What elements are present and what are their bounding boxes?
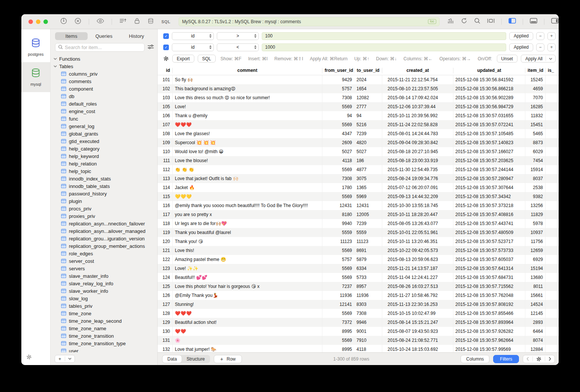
cell-is_[interactable] — [546, 336, 559, 345]
table-row[interactable]: 129Beautiful action shot!737299462015-08… — [158, 318, 559, 327]
table-row[interactable]: 101So fly 🙌🏼942920242015-11-21 22:12:54.… — [158, 75, 559, 84]
sidebar-table-item[interactable]: innodb_index_stats — [54, 175, 157, 182]
cell-id[interactable]: 109 — [158, 138, 173, 147]
cell-item_id[interactable]: 14524 — [525, 300, 546, 309]
page-settings-gear-icon[interactable] — [533, 355, 545, 363]
remove-filter-button[interactable]: − — [536, 32, 544, 40]
table-row[interactable]: 113Love that jacket! Outfit is fab 🙌🏻730… — [158, 174, 559, 183]
chevron-right-icon[interactable] — [545, 355, 555, 363]
cell-from_user_id[interactable]: 5569 — [322, 264, 354, 273]
cell-is_[interactable] — [546, 282, 559, 291]
table-row[interactable]: 120Thank you! 😘11123111232015-10-11 13:2… — [158, 237, 559, 246]
cell-from_user_id[interactable]: 5569 — [322, 336, 354, 345]
cell-created_at[interactable]: 2015-08-13 20:59:06.623 — [382, 255, 453, 264]
cell-comment[interactable]: @Emily Thank you💃 — [173, 291, 322, 300]
cell-to_user_id[interactable]: 2777 — [354, 102, 382, 111]
minimize-window-button[interactable] — [36, 19, 40, 24]
cell-item_id[interactable]: 5465 — [525, 129, 546, 138]
cell-to_user_id[interactable]: 4118 — [354, 345, 382, 352]
sidebar-table-item[interactable]: replication_group_member_actions — [54, 242, 157, 250]
sidebar-table-item[interactable]: time_zone_transition_type — [54, 340, 157, 347]
cell-item_id[interactable]: 15661 — [525, 291, 546, 300]
table-row[interactable]: 130❤️❤️899590012015-08-07 19:43:50.92320… — [158, 327, 559, 336]
filter-applied-button[interactable]: Applied — [509, 43, 533, 51]
cell-is_[interactable] — [546, 246, 559, 255]
cell-id[interactable]: 103 — [158, 93, 173, 102]
log-list-icon[interactable] — [119, 18, 127, 25]
cell-to_user_id[interactable]: 1365 — [354, 183, 382, 192]
cell-created_at[interactable]: 2015-08-18 20:27:10.945 — [382, 147, 453, 156]
cell-id[interactable]: 132 — [158, 345, 173, 352]
cell-comment[interactable]: Stunning! — [173, 300, 322, 309]
cell-to_user_id[interactable]: 12431 — [354, 201, 382, 210]
cell-is_[interactable] — [546, 210, 559, 219]
cell-updated_at[interactable]: 2015-12-08 15:30:56.984729 — [453, 102, 525, 111]
sidebar-table-item[interactable]: innodb_table_stats — [54, 182, 157, 190]
cell-comment[interactable]: Love! ✨✨ — [173, 264, 322, 273]
cell-id[interactable]: 120 — [158, 237, 173, 246]
cell-created_at[interactable]: 2015-08-10 21:23:57.505 — [382, 84, 453, 93]
cell-item_id[interactable]: 5978 — [525, 219, 546, 228]
cell-is_[interactable] — [546, 192, 559, 201]
connect-icon[interactable] — [60, 18, 67, 26]
cell-updated_at[interactable]: 2015-12-08 15:30:56.902289 — [453, 93, 525, 102]
cell-from_user_id[interactable]: 5757 — [322, 84, 354, 93]
table-row[interactable]: 117you are so pretty x8180120052015-10-1… — [158, 210, 559, 219]
add-item-split-button[interactable]: + — [55, 355, 75, 363]
sidebar-table-item[interactable]: gtid_executed — [54, 137, 157, 145]
cell-created_at[interactable]: 2015-11-30 12:54:49.735 — [382, 165, 453, 174]
cell-item_id[interactable]: 11756 — [525, 237, 546, 246]
cell-is_[interactable] — [546, 228, 559, 237]
cell-from_user_id[interactable]: 5027 — [322, 147, 354, 156]
cell-comment[interactable]: Supercool 💥 💥 💥 — [173, 138, 322, 147]
cell-is_[interactable] — [546, 201, 559, 210]
cell-id[interactable]: 122 — [158, 255, 173, 264]
cell-comment[interactable]: Love this photo! Your hair is gorgeous 😘… — [173, 282, 322, 291]
cell-is_[interactable] — [546, 345, 559, 352]
sidebar-table-item[interactable]: password_history — [54, 190, 157, 197]
add-row-button[interactable]: + Row — [214, 355, 242, 363]
filter-settings-gear-icon[interactable] — [163, 56, 169, 61]
cell-id[interactable]: 116 — [158, 201, 173, 210]
cell-comment[interactable]: This background is amazing😍 — [173, 84, 322, 93]
cell-from_user_id[interactable]: 8995 — [322, 345, 354, 352]
cell-from_user_id[interactable]: 1780 — [322, 183, 354, 192]
sidebar-table-item[interactable]: time_zone_name — [54, 325, 157, 332]
columns-button[interactable]: Columns — [461, 355, 489, 363]
cell-is_[interactable] — [546, 156, 559, 165]
sidebar-table-item[interactable]: func — [54, 115, 157, 122]
cell-id[interactable]: 126 — [158, 291, 173, 300]
cell-id[interactable]: 117 — [158, 210, 173, 219]
cell-id[interactable]: 114 — [158, 183, 173, 192]
cell-comment[interactable]: Thank you! 😘 — [173, 237, 322, 246]
cell-is_[interactable] — [546, 264, 559, 273]
chevron-down-icon[interactable] — [65, 358, 75, 360]
cell-is_[interactable] — [546, 75, 559, 84]
cell-updated_at[interactable]: 2015-12-08 15:30:57.031655 — [453, 111, 525, 120]
cell-created_at[interactable]: 2015-08-24 21:08:52.771 — [382, 336, 453, 345]
remove-filter-button[interactable]: − — [536, 43, 544, 51]
zoom-window-button[interactable] — [43, 19, 48, 24]
cell-created_at[interactable]: 2015-08-01 14:24:44.783 — [382, 129, 453, 138]
connection-mysql[interactable]: mysql — [21, 62, 50, 92]
cell-from_user_id[interactable]: 2609 — [322, 138, 354, 147]
cell-from_user_id[interactable]: 5569 — [322, 273, 354, 282]
cell-to_user_id[interactable]: 5027 — [354, 147, 382, 156]
table-row[interactable]: 107❤️❤️❤️556952162015-11-24 22:02:58.828… — [158, 120, 559, 129]
cell-comment[interactable]: Would love to! @mith 😁 — [173, 147, 322, 156]
cell-id[interactable]: 125 — [158, 282, 173, 291]
cell-item_id[interactable]: 4659 — [525, 84, 546, 93]
cell-to_user_id[interactable]: 11936 — [354, 291, 382, 300]
cell-item_id[interactable]: 7070 — [525, 93, 546, 102]
tab-items[interactable]: Items — [55, 32, 88, 40]
cell-id[interactable]: 123 — [158, 264, 173, 273]
sidebar-table-item[interactable]: help_category — [54, 145, 157, 152]
tree-section-functions[interactable]: Functions — [54, 55, 157, 63]
cell-is_[interactable] — [546, 165, 559, 174]
cell-id[interactable]: 115 — [158, 192, 173, 201]
sidebar-table-item[interactable]: help_keyword — [54, 152, 157, 160]
cell-item_id[interactable]: 6029 — [525, 147, 546, 156]
cell-to_user_id[interactable]: 12082 — [354, 93, 382, 102]
cell-is_[interactable] — [546, 147, 559, 156]
cell-is_[interactable] — [546, 129, 559, 138]
